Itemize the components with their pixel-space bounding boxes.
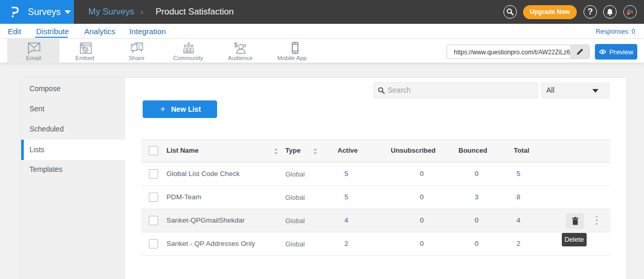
svg-text:$: $	[234, 42, 238, 49]
